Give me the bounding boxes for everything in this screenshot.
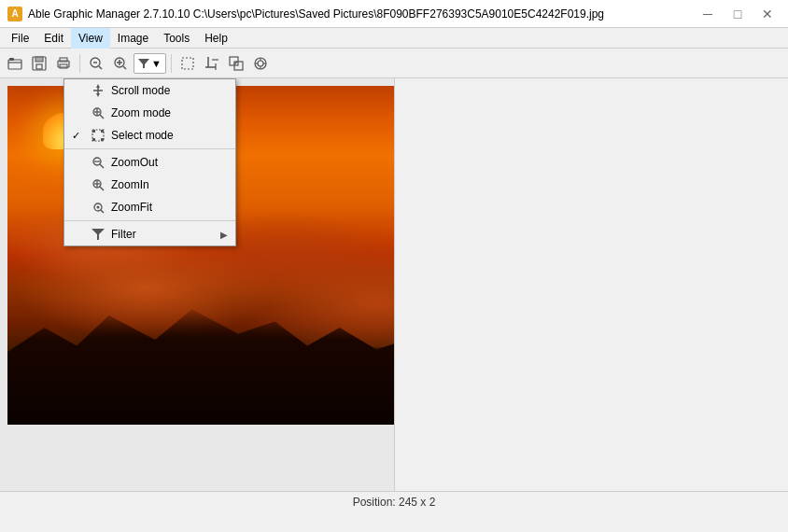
window-title: Able Graphic Manager 2.7.10.10 C:\Users\… [28, 7, 604, 21]
svg-marker-31 [96, 93, 100, 97]
svg-line-50 [101, 210, 104, 213]
minimize-button[interactable]: ─ [695, 5, 721, 23]
toolbar: ▼ [0, 49, 788, 78]
select-mode-label: Select mode [111, 129, 174, 142]
select-mode-icon [91, 128, 106, 143]
zoom-in-icon [91, 177, 106, 192]
status-bar: Position: 245 x 2 [0, 491, 788, 511]
select-mode-item[interactable]: ✓ Select mode [64, 124, 235, 147]
menu-file[interactable]: File [4, 28, 36, 49]
effects-button[interactable] [249, 52, 272, 75]
menu-tools[interactable]: Tools [156, 28, 197, 49]
resize-tool-button[interactable] [225, 52, 247, 75]
zoom-mode-item[interactable]: Zoom mode [64, 102, 235, 124]
svg-rect-4 [36, 64, 42, 69]
submenu-arrow-icon: ▶ [220, 230, 228, 240]
main-area: Scroll mode Zoom mode ✓ Select mode [0, 78, 788, 511]
separator-1 [79, 54, 80, 73]
maximize-button[interactable]: □ [725, 5, 751, 23]
scroll-mode-item[interactable]: Scroll mode [64, 79, 235, 102]
filter-label: Filter [111, 228, 136, 241]
menu-bar: File Edit View Image Tools Help [0, 28, 788, 49]
dropdown-sep-2 [64, 220, 235, 221]
svg-rect-3 [35, 57, 43, 62]
menu-view[interactable]: View [71, 28, 110, 49]
dropdown-sep-1 [64, 148, 235, 149]
zoom-mode-label: Zoom mode [111, 106, 171, 119]
svg-marker-30 [96, 84, 100, 88]
menu-help[interactable]: Help [197, 28, 235, 49]
select-tool-button[interactable] [176, 52, 199, 75]
view-dropdown-menu: Scroll mode Zoom mode ✓ Select mode [63, 78, 236, 246]
zoom-in-label: ZoomIn [111, 178, 149, 191]
svg-rect-38 [101, 130, 104, 133]
svg-rect-37 [92, 130, 95, 133]
open-button[interactable] [4, 52, 26, 75]
zoom-fit-item[interactable]: ZoomFit [64, 196, 235, 218]
svg-line-10 [99, 66, 102, 69]
menu-image[interactable]: Image [110, 28, 156, 49]
filter-item[interactable]: Filter ▶ [64, 223, 235, 245]
zoom-out-icon [91, 155, 106, 170]
close-button[interactable]: ✕ [754, 5, 781, 23]
print-button[interactable] [52, 52, 75, 75]
filter-dropdown[interactable]: ▼ [134, 53, 166, 74]
right-panel [394, 78, 789, 511]
svg-rect-40 [101, 138, 104, 141]
title-left: A Able Graphic Manager 2.7.10.10 C:\User… [7, 7, 604, 21]
app-icon: A [7, 7, 22, 21]
scroll-mode-label: Scroll mode [111, 84, 170, 97]
zoom-fit-label: ZoomFit [111, 201, 152, 214]
svg-point-49 [97, 206, 100, 209]
filter-icon [91, 227, 106, 242]
svg-marker-51 [91, 229, 105, 240]
zoom-out-label: ZoomOut [111, 156, 158, 169]
zoom-in-item[interactable]: ZoomIn [64, 174, 235, 196]
svg-line-33 [100, 115, 104, 119]
zoom-mode-icon [91, 105, 106, 120]
svg-rect-1 [9, 58, 14, 61]
svg-line-14 [123, 66, 126, 69]
position-label: Position: 245 x 2 [353, 496, 436, 509]
svg-marker-15 [138, 59, 149, 68]
zoom-fit-icon [91, 200, 106, 215]
select-mode-check: ✓ [72, 130, 85, 142]
svg-rect-16 [182, 58, 193, 69]
separator-2 [171, 54, 172, 73]
title-controls: ─ □ ✕ [695, 5, 781, 23]
canvas-area: Scroll mode Zoom mode ✓ Select mode [0, 78, 394, 511]
title-bar: A Able Graphic Manager 2.7.10.10 C:\User… [0, 0, 788, 28]
menu-edit[interactable]: Edit [36, 28, 71, 49]
save-button[interactable] [28, 52, 50, 75]
svg-line-42 [100, 164, 104, 168]
svg-line-45 [100, 187, 104, 190]
crop-tool-button[interactable] [201, 52, 223, 75]
zoom-out-item[interactable]: ZoomOut [64, 151, 235, 174]
zoom-in-button[interactable] [109, 52, 132, 75]
scroll-mode-icon [91, 83, 106, 98]
zoom-out-button[interactable] [85, 52, 107, 75]
svg-rect-39 [92, 138, 95, 141]
svg-rect-0 [8, 60, 21, 69]
svg-point-25 [258, 61, 263, 66]
